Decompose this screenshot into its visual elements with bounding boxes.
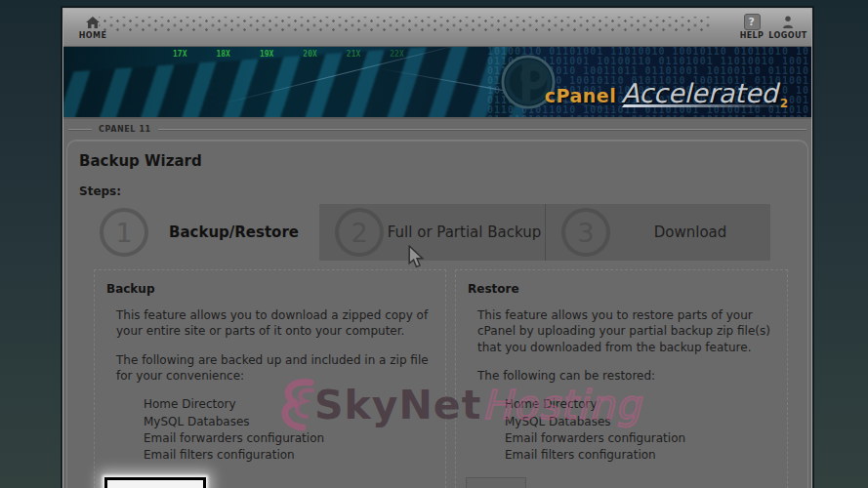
- backup-list-intro: The following are backed up and included…: [116, 352, 435, 385]
- ticker-value: 17X: [173, 50, 186, 59]
- steps-label: Steps:: [79, 184, 807, 198]
- toolbar-dotted-texture: [99, 17, 710, 31]
- ticker-value: 18X: [216, 50, 229, 59]
- help-button[interactable]: ? HELP: [735, 14, 768, 40]
- page-title: Backup Wizard: [79, 152, 807, 170]
- brand-version-2: 2: [780, 97, 788, 110]
- step-3-number-icon: 3: [561, 208, 610, 257]
- cpanel-version-strip: CPANEL 11: [63, 119, 811, 137]
- ticker-value: 21X: [347, 50, 360, 59]
- step-2-label: Full or Partial Backup: [384, 224, 545, 241]
- wizard-steps: 1 Backup/Restore 2 Full or Partial Backu…: [84, 204, 772, 261]
- logout-label: LOGOUT: [767, 31, 808, 40]
- step-1-backup-restore: 1 Backup/Restore: [84, 204, 319, 261]
- restore-list-item: Email forwarders configuration: [505, 430, 777, 447]
- home-icon: [71, 14, 114, 30]
- backup-button[interactable]: Backup →: [104, 477, 206, 488]
- restore-button[interactable]: Restore →: [466, 477, 526, 488]
- cpanel-logo: cPanel Accelerated 2: [500, 51, 788, 113]
- step-3-label: Download: [610, 224, 770, 241]
- bandwidth-ticker: 17X18X19X20X21X22X: [173, 50, 404, 59]
- restore-list-item: Home Directory: [505, 396, 777, 413]
- step-3-download: 3 Download: [545, 204, 770, 261]
- content-container: Backup Wizard Steps: 1 Backup/Restore 2 …: [66, 140, 808, 488]
- backup-items-list: Home DirectoryMySQL DatabasesEmail forwa…: [144, 396, 435, 465]
- restore-panel-title: Restore: [468, 282, 777, 296]
- backup-list-item: Email forwarders configuration: [144, 430, 435, 447]
- ticker-value: 20X: [303, 50, 316, 59]
- backup-panel: Backup This feature allows you to downlo…: [94, 269, 446, 488]
- brand-cpanel: cPanel: [545, 85, 616, 106]
- divider-line: [68, 129, 92, 131]
- step-1-label: Backup/Restore: [148, 224, 319, 241]
- restore-list-item: Email filters configuration: [505, 447, 777, 464]
- help-label: HELP: [735, 31, 768, 40]
- divider-line: [158, 129, 806, 131]
- home-button[interactable]: HOME: [71, 14, 114, 40]
- restore-list-item: MySQL Databases: [505, 414, 777, 430]
- restore-panel: Restore This feature allows you to resto…: [455, 269, 788, 488]
- ticker-value: 19X: [260, 50, 273, 59]
- logout-button[interactable]: LOGOUT: [767, 14, 808, 40]
- restore-list-intro: The following can be restored:: [477, 368, 777, 384]
- brand-accelerated: Accelerated: [621, 78, 777, 108]
- backup-list-item: Email filters configuration: [144, 447, 435, 464]
- panels-row: Backup This feature allows you to downlo…: [94, 269, 807, 488]
- cpanel-banner: 10100110 01101001 11010010 10010110 0101…: [63, 47, 811, 119]
- backup-description: This feature allows you to download a zi…: [116, 307, 435, 340]
- top-toolbar: HOME ? HELP LOGOUT: [63, 9, 811, 47]
- step-2-full-or-partial: 2 Full or Partial Backup: [319, 204, 545, 261]
- logout-person-icon: [767, 14, 808, 30]
- mouse-cursor: [408, 245, 426, 274]
- ticker-value: 22X: [390, 50, 403, 59]
- backup-panel-title: Backup: [106, 282, 435, 296]
- cpanel-window: HOME ? HELP LOGOUT 10100110 01101001 110…: [62, 8, 812, 488]
- restore-items-list: Home DirectoryMySQL DatabasesEmail forwa…: [505, 396, 777, 465]
- step-2-number-icon: 2: [335, 208, 384, 257]
- home-label: HOME: [71, 31, 114, 40]
- restore-description: This feature allows you to restore parts…: [477, 307, 777, 355]
- help-icon: ?: [735, 14, 768, 30]
- step-1-number-icon: 1: [100, 208, 148, 257]
- cpanel-version-label: CPANEL 11: [99, 125, 151, 134]
- backup-list-item: MySQL Databases: [144, 414, 435, 430]
- backup-list-item: Home Directory: [144, 396, 435, 413]
